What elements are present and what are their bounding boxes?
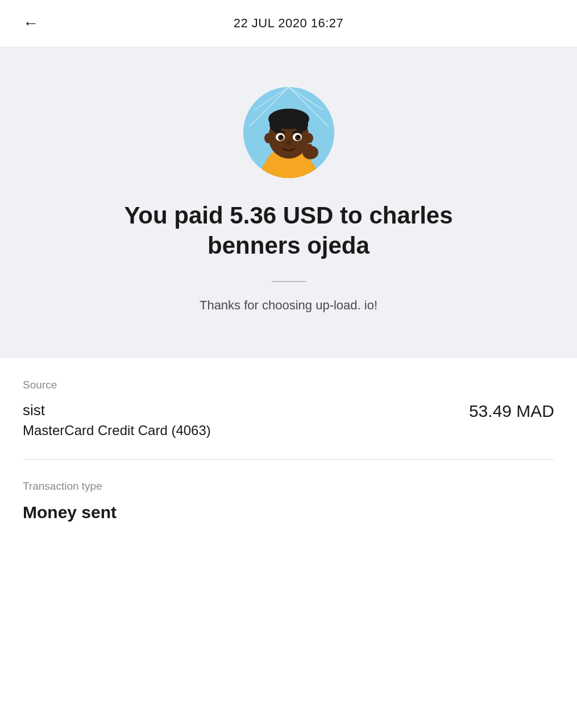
details-section: Source sist MasterCard Credit Card (4063… xyxy=(0,358,577,543)
thanks-text: Thanks for choosing up-load. io! xyxy=(200,298,377,313)
source-name: sist xyxy=(23,402,211,419)
transaction-type-label: Transaction type xyxy=(23,480,554,493)
svg-point-19 xyxy=(297,135,300,138)
source-row: sist MasterCard Credit Card (4063) 53.49… xyxy=(23,402,554,439)
svg-point-20 xyxy=(286,140,292,145)
source-group: Source sist MasterCard Credit Card (4063… xyxy=(23,358,554,460)
source-amount: 53.49 MAD xyxy=(469,402,554,421)
svg-point-12 xyxy=(264,133,272,143)
transaction-type-group: Transaction type Money sent xyxy=(23,460,554,543)
svg-rect-22 xyxy=(307,144,312,153)
svg-point-10 xyxy=(269,116,283,132)
source-label: Source xyxy=(23,379,554,391)
svg-point-13 xyxy=(305,133,313,143)
header-timestamp: 22 JUL 2020 16:27 xyxy=(234,16,344,31)
svg-point-18 xyxy=(280,135,283,138)
back-arrow-icon: ← xyxy=(23,15,39,31)
header: ← 22 JUL 2020 16:27 xyxy=(0,0,577,47)
transaction-type-value: Money sent xyxy=(23,503,554,522)
hero-section: You paid 5.36 USD to charles benners oje… xyxy=(0,47,577,358)
divider xyxy=(272,281,306,282)
source-info: sist MasterCard Credit Card (4063) xyxy=(23,402,211,439)
payment-title: You paid 5.36 USD to charles benners oje… xyxy=(90,201,488,260)
back-button[interactable]: ← xyxy=(23,15,39,31)
source-card: MasterCard Credit Card (4063) xyxy=(23,423,211,439)
svg-point-11 xyxy=(294,116,308,132)
avatar xyxy=(243,87,334,178)
